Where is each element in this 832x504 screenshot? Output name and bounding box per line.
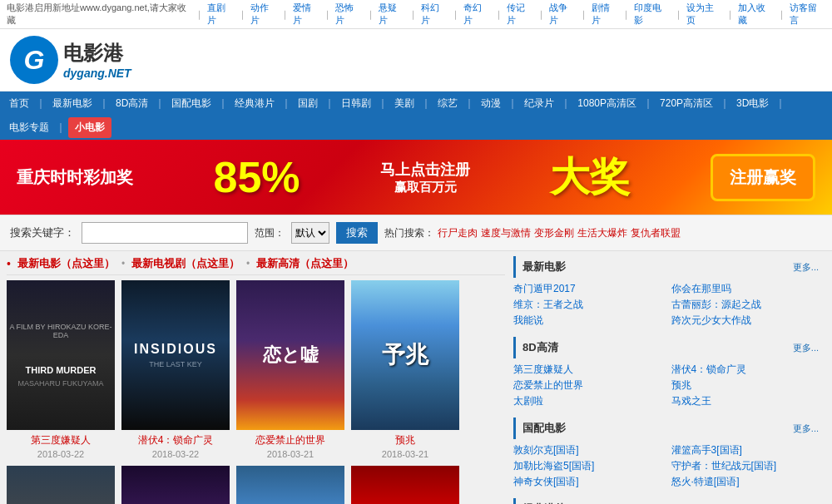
movie-title-3[interactable]: 恋爱禁止的世界 — [236, 433, 344, 447]
logo-en: dygang.NET — [63, 67, 131, 80]
movie-card-5: 电影 — [7, 466, 115, 504]
nav-anime[interactable]: 动漫 — [475, 91, 507, 116]
sidebar-hd-link-5[interactable]: 预兆 — [671, 378, 826, 393]
sidebar-dom-link-1[interactable]: 敦刻尔克[国语] — [513, 442, 668, 458]
sidebar-dom-link-4[interactable]: 灌篮高手3[国语] — [671, 442, 826, 458]
section-latest-hd-link[interactable]: 最新高清（点这里） — [256, 256, 354, 271]
topbar-link-6[interactable]: 科幻片 — [421, 2, 448, 27]
movie-grid-row1: A FILM BY HIROKAZU KORE-EDA THIRD MURDER… — [7, 280, 505, 459]
poster-placeholder-3: 恋と嘘 — [236, 280, 344, 430]
movie-poster-4: 予兆 — [351, 280, 459, 430]
topbar-link-11[interactable]: 印度电影 — [634, 2, 670, 27]
nav-jp-kr-drama[interactable]: 日韩剧 — [335, 91, 377, 116]
hot-search-2[interactable]: 速度与激情 — [481, 226, 531, 240]
poster-placeholder-5: 电影 — [7, 466, 115, 504]
sidebar-lm-link-4[interactable]: 你会在那里吗 — [671, 281, 826, 297]
sidebar-dom-link-3[interactable]: 神奇女侠[国语] — [513, 474, 668, 490]
section-latest-tv-link[interactable]: 最新电视剧（点这里） — [131, 256, 240, 271]
sidebar-hd-link-3[interactable]: 太剧啦 — [513, 393, 668, 409]
nav-domestic[interactable]: 国配电影 — [166, 91, 217, 116]
hot-searches: 热门搜索： 行尸走肉 速度与激情 变形金刚 生活大爆炸 复仇者联盟 — [384, 226, 681, 240]
topbar-link-5[interactable]: 悬疑片 — [379, 2, 405, 27]
logo-text: 电影港 dygang.NET — [63, 40, 131, 80]
banner-prize-text: 大奖 — [550, 151, 630, 204]
sidebar-latest-movies: 最新电影 更多... 奇门遁甲2017 维京：王者之战 我能说 你会在那里吗 古… — [513, 256, 825, 329]
banner-center: 85% — [213, 152, 300, 202]
nav-720p[interactable]: 720P高清区 — [654, 91, 719, 116]
sidebar-hd-link-6[interactable]: 马戏之王 — [671, 393, 826, 409]
sidebar-lm-link-3[interactable]: 我能说 — [513, 313, 668, 329]
search-input[interactable] — [82, 222, 248, 244]
nav-latest-movies[interactable]: 最新电影 — [47, 91, 98, 116]
topbar-link-9[interactable]: 战争片 — [549, 2, 576, 27]
topbar-link-2[interactable]: 动作片 — [250, 2, 277, 27]
sidebar-hd: 8D高清 更多... 第三度嫌疑人 恋爱禁止的世界 太剧啦 潜伏4：锁命广灵 预… — [513, 337, 825, 409]
nav-hot[interactable]: 小电影 — [68, 117, 111, 138]
banner-register-btn[interactable]: 注册赢奖 — [711, 154, 815, 201]
hot-search-4[interactable]: 生活大爆炸 — [577, 226, 627, 240]
nav-special[interactable]: 电影专题 — [3, 116, 55, 140]
section-latest-movies-link[interactable]: 最新电影（点这里） — [17, 256, 115, 271]
sidebar-lm-link-2[interactable]: 维京：王者之战 — [513, 297, 668, 313]
sidebar-hd-link-1[interactable]: 第三度嫌疑人 — [513, 362, 668, 378]
movie-title-2[interactable]: 潜伏4：锁命广灵 — [121, 433, 230, 447]
topbar-add-favorite[interactable]: 加入收藏 — [738, 2, 774, 27]
sidebar-lm-link-6[interactable]: 跨次元少女大作战 — [671, 313, 826, 329]
hot-search-5[interactable]: 复仇者联盟 — [631, 226, 681, 240]
poster-jp-title-3: 恋と嘘 — [263, 343, 319, 368]
movie-poster-8: 电影 — [351, 466, 459, 504]
movie-date-3: 2018-03-21 — [236, 449, 344, 459]
sidebar-hd-link-2[interactable]: 恋爱禁止的世界 — [513, 378, 668, 393]
nav-variety[interactable]: 综艺 — [432, 91, 463, 116]
nav-classic-hk[interactable]: 经典港片 — [229, 91, 280, 116]
poster-placeholder-7: 电影 — [236, 466, 344, 504]
poster-en-title-1: THIRD MURDER — [7, 364, 115, 376]
search-range-select[interactable]: 默认 — [291, 222, 329, 244]
sidebar-domestic-more[interactable]: 更多... — [793, 422, 819, 435]
search-button[interactable]: 搜索 — [336, 222, 378, 244]
topbar-link-10[interactable]: 剧情片 — [592, 2, 618, 27]
nav-1080p[interactable]: 1080P高清区 — [572, 91, 642, 116]
poster-placeholder-1: A FILM BY HIROKAZU KORE-EDA THIRD MURDER… — [7, 280, 115, 430]
sidebar-dom-link-6[interactable]: 怒火·特遣[国语] — [671, 474, 826, 490]
sidebar-dom-link-2[interactable]: 加勒比海盗5[国语] — [513, 458, 668, 474]
banner-win-text: 赢取百万元 — [394, 180, 457, 195]
section-header: • 最新电影（点这里） • 最新电视剧（点这里） • 最新高清（点这里） — [7, 256, 505, 275]
nav-documentary[interactable]: 纪录片 — [518, 91, 560, 116]
topbar-link-8[interactable]: 传记片 — [507, 2, 533, 27]
nav-3d[interactable]: 3D电影 — [730, 91, 775, 116]
banner-register-text: 马上点击注册 — [380, 160, 470, 180]
movie-poster-2: INSIDIOUS THE LAST KEY — [121, 280, 230, 430]
sidebar-latest-movies-header: 最新电影 更多... — [513, 256, 825, 278]
movie-card-1: A FILM BY HIROKAZU KORE-EDA THIRD MURDER… — [7, 280, 115, 459]
nav-home[interactable]: 首页 — [3, 91, 35, 116]
sidebar-lm-link-1[interactable]: 奇门遁甲2017 — [513, 281, 668, 297]
movie-title-1[interactable]: 第三度嫌疑人 — [7, 433, 115, 447]
sidebar-dom-link-5[interactable]: 守护者：世纪战元[国语] — [671, 458, 826, 474]
nav-cn-drama[interactable]: 国剧 — [292, 91, 324, 116]
movie-card-6: 电影 — [121, 466, 230, 504]
topbar-link-7[interactable]: 奇幻片 — [463, 2, 490, 27]
poster-placeholder-8: 电影 — [351, 466, 459, 504]
topbar-set-home[interactable]: 设为主页 — [686, 2, 722, 27]
topbar-link-3[interactable]: 爱情片 — [293, 2, 319, 27]
topbar-link-4[interactable]: 恐怖片 — [335, 2, 362, 27]
movie-card-4: 予兆 预兆 2018-03-21 — [351, 280, 459, 459]
nav-8d-hd[interactable]: 8D高清 — [110, 91, 154, 116]
hot-search-3[interactable]: 变形金刚 — [534, 226, 574, 240]
sidebar-latest-movies-more[interactable]: 更多... — [793, 261, 819, 274]
sidebar-hd-link-4[interactable]: 潜伏4：锁命广灵 — [671, 362, 826, 378]
topbar-guest-message[interactable]: 访客留言 — [790, 2, 825, 27]
section-sep-2: • — [246, 258, 250, 269]
topbar-link-1[interactable]: 直剧片 — [207, 2, 234, 27]
sidebar-hd-links: 第三度嫌疑人 恋爱禁止的世界 太剧啦 潜伏4：锁命广灵 预兆 马戏之王 — [513, 362, 825, 409]
movie-poster-1: A FILM BY HIROKAZU KORE-EDA THIRD MURDER… — [7, 280, 115, 430]
sidebar-lm-link-5[interactable]: 古蕾丽彭：源起之战 — [671, 297, 826, 313]
movie-grid-row2: 电影 电影 电影 电影 — [7, 466, 505, 504]
movie-poster-3: 恋と嘘 — [236, 280, 344, 430]
sidebar-hd-more[interactable]: 更多... — [793, 342, 819, 354]
hot-search-1[interactable]: 行尸走肉 — [438, 226, 478, 240]
nav-us-drama[interactable]: 美剧 — [389, 91, 420, 116]
movie-title-4[interactable]: 预兆 — [351, 433, 459, 447]
movie-poster-7: 电影 — [236, 466, 344, 504]
